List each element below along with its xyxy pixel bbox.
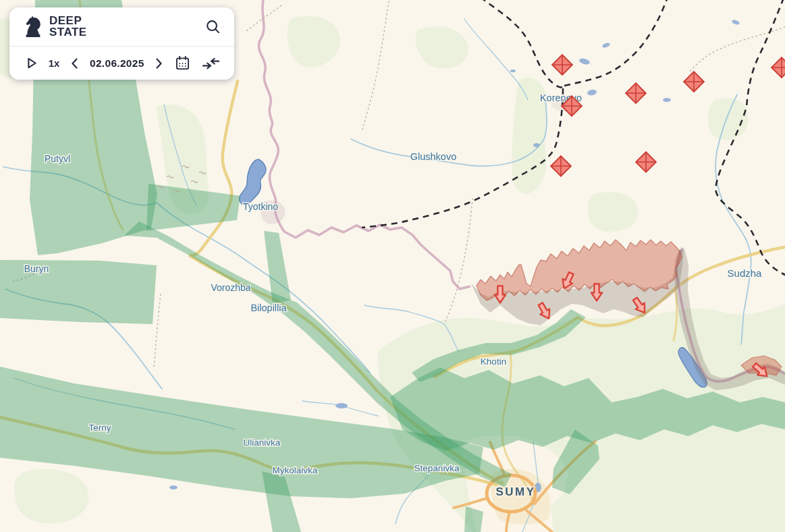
compare-dates-button[interactable]: [201, 56, 221, 71]
brand-line2: STATE: [49, 27, 87, 38]
chess-knight-icon: [23, 16, 43, 38]
prev-day-button[interactable]: [70, 57, 80, 70]
map-label-terny: Terny: [88, 423, 111, 433]
calendar-icon: [175, 56, 190, 70]
map-canvas[interactable]: PutyvlBurynVorozhbaBilopilliaTyotkinoGlu…: [0, 0, 785, 532]
map-label-mykolaivka: Mykolaivka: [273, 465, 318, 475]
play-icon: [27, 57, 37, 69]
calendar-button[interactable]: [174, 55, 191, 72]
chevron-left-icon: [71, 58, 78, 69]
forest-area: [588, 192, 638, 232]
map-label-glushkovo: Glushkovo: [410, 151, 457, 162]
search-icon: [205, 19, 221, 34]
control-panel: DEEP STATE 1x: [9, 7, 234, 80]
map-label-ulianivka: Ulianivka: [244, 437, 281, 448]
next-day-button[interactable]: [154, 57, 164, 70]
search-button[interactable]: [204, 18, 222, 36]
map-label-vorozhba: Vorozhba: [211, 282, 250, 293]
map-label-bilopillia: Bilopillia: [250, 302, 287, 313]
map-label-sudzha: Sudzha: [728, 267, 763, 279]
converging-arrows-icon: [202, 57, 219, 70]
speed-button[interactable]: 1x: [49, 57, 60, 69]
deepstate-logo: DEEP STATE: [23, 16, 87, 38]
play-button[interactable]: [26, 56, 38, 70]
deepstate-map-app: PutyvlBurynVorozhbaBilopilliaTyotkinoGlu…: [0, 0, 785, 532]
map-label-buryn: Buryn: [24, 263, 49, 274]
map-label-tyotkino: Tyotkino: [243, 201, 278, 212]
map-label-stepanivka: Stepanivka: [414, 463, 460, 473]
map-label-khotin: Khotin: [481, 356, 506, 367]
map-label-sumy: SUMY: [495, 485, 535, 498]
date-display[interactable]: 02.06.2025: [90, 57, 144, 70]
map-label-putyvl: Putyvl: [45, 153, 70, 164]
chevron-right-icon: [155, 58, 163, 69]
